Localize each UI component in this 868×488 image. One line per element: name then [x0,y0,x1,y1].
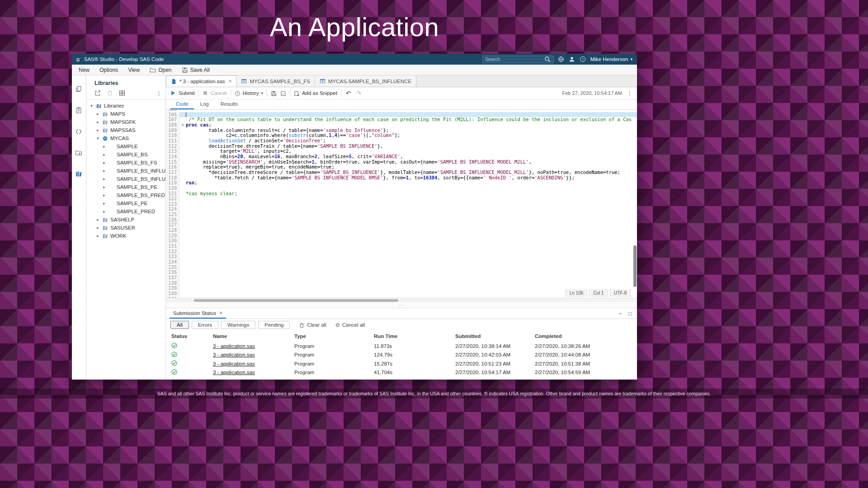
code-editor[interactable]: 105106107 /* Fit DT on the counts table … [166,110,637,298]
user-menu[interactable]: Mike Henderson ▾ [590,56,632,62]
panel-splitter[interactable]: ⋯ [166,302,637,308]
expand-icon[interactable]: ▸ [102,152,107,157]
export-icon[interactable] [94,90,101,97]
slide-title: An Application [72,12,637,42]
maximize-icon[interactable]: □ [628,310,632,317]
tab-results[interactable]: Results [215,101,243,109]
cancel-all-button[interactable]: ⊘Cancel all [335,322,365,328]
hamburger-menu-icon[interactable]: ≡ [72,56,84,63]
expand-icon[interactable]: ▸ [95,128,100,132]
fold-margin [179,112,186,117]
tree-item-libraries[interactable]: ▾Libraries [86,102,165,110]
search-box[interactable]: Search [482,56,554,63]
help-icon[interactable]: ? [580,56,586,63]
filter-all[interactable]: All [170,321,189,329]
tree-item-maps[interactable]: ▸MAPS [86,110,165,118]
undo-icon[interactable]: ↶ [345,90,352,97]
tree-item-sample_pred[interactable]: ▸SAMPLE_PRED [86,207,165,216]
rail-shortcuts-icon[interactable] [75,149,83,157]
expand-icon[interactable]: ▸ [102,209,107,214]
tree-item-sample_bs_pe[interactable]: ▸SAMPLE_BS_PE [86,183,165,191]
scrollbar-thumb[interactable] [633,245,637,287]
save-all-button[interactable]: Save All [177,67,215,73]
search-input[interactable]: Search [485,56,544,62]
code-line: 127 [166,222,637,228]
table-view-icon[interactable] [119,90,126,97]
close-icon[interactable]: × [228,78,231,84]
snippet-icon [294,90,300,96]
clear-all-button[interactable]: Clear all [299,322,326,328]
expand-icon[interactable]: ▸ [95,234,100,238]
rail-files-icon[interactable] [75,85,83,94]
tree-item-sample_bs_influ[interactable]: ▸SAMPLE_BS_INFLU [86,167,165,175]
tree-item-sashelp[interactable]: ▸SASHELP [86,216,165,224]
expand-icon[interactable]: ▸ [95,120,100,124]
menu-new[interactable]: New [74,67,94,73]
expand-icon[interactable]: ▸ [102,144,107,149]
scrollbar-thumb[interactable] [194,299,398,302]
tab-log[interactable]: Log [195,101,214,109]
expand-icon[interactable]: ▸ [95,217,100,222]
tree-item-mapssas[interactable]: ▸MAPSSAS [86,126,165,134]
open-button[interactable]: Open [145,67,176,73]
filter-pending[interactable]: Pending [258,321,290,329]
redo-icon[interactable]: ↷ [355,90,362,97]
collapse-icon[interactable]: ▾ [95,136,100,141]
filter-warnings[interactable]: Warnings [221,321,255,329]
submitted-cell: 2/27/2020, 10:51:23 AM [455,361,535,366]
submit-button[interactable]: Submit [170,90,195,96]
tree-item-mapsgfk[interactable]: ▸MAPSGFK [86,118,165,126]
more-options-icon[interactable]: ⋮ [627,90,632,97]
rail-libraries-icon[interactable] [75,170,83,178]
doc-tab[interactable]: * 3 - application.sas× [166,75,236,87]
expand-icon[interactable]: ▸ [95,112,100,116]
add-snippet-button[interactable]: Add as Snippet [294,90,337,96]
expand-icon[interactable]: ▸ [95,225,100,230]
expand-icon[interactable]: ▸ [102,193,107,197]
tree-item-sample_bs_pred[interactable]: ▸SAMPLE_BS_PRED [86,191,165,199]
cancel-button[interactable]: Cancel [203,90,227,96]
expand-icon[interactable]: ▸ [102,201,107,206]
code-text [186,196,637,202]
save-program-button[interactable] [271,90,277,96]
submission-name-link[interactable]: 3 - application.sas [213,370,255,375]
tree-item-sasuser[interactable]: ▸SASUSER [86,224,165,232]
submission-status-tab[interactable]: Submission Status × [170,310,226,319]
expand-icon[interactable]: ▸ [102,160,107,165]
filter-errors[interactable]: Errors [192,321,218,329]
expand-icon[interactable]: ▸ [102,169,107,173]
submission-name-link[interactable]: 3 - application.sas [213,343,255,349]
save-as-button[interactable] [280,90,286,96]
more-options-icon[interactable]: ⋮ [156,90,162,97]
tree-item-mycas[interactable]: ▾MYCAS [86,134,165,142]
menu-view[interactable]: View [123,67,145,73]
expand-icon[interactable]: ▸ [102,185,107,189]
success-check-icon [171,360,177,366]
doc-tab[interactable]: MYCAS.SAMPLE_BS_FS [236,75,315,87]
rail-tasks-icon[interactable] [75,107,83,115]
tree-item-sample[interactable]: ▸SAMPLE [86,142,165,150]
tab-code[interactable]: Code [170,101,194,109]
vertical-scrollbar[interactable] [633,110,637,298]
history-button[interactable]: History ▾ [235,90,263,96]
tree-item-sample_pe[interactable]: ▸SAMPLE_PE [86,199,165,207]
globe-icon[interactable] [558,56,565,63]
expand-icon[interactable]: ▸ [102,177,107,181]
close-icon[interactable]: × [219,310,222,316]
submission-name-link[interactable]: 3 - application.sas [213,352,255,357]
rail-snippets-icon[interactable] [75,128,83,136]
tree-item-sample_bs_influ[interactable]: ▸SAMPLE_BS_INFLU [86,175,165,183]
fold-icon[interactable]: ⊖ [179,122,186,128]
submission-name-link[interactable]: 3 - application.sas [213,361,255,366]
search-icon[interactable] [544,56,551,63]
menu-options[interactable]: Options [94,67,123,73]
collapse-icon[interactable]: ▾ [89,103,94,108]
tree-item-sample_bs_fs[interactable]: ▸SAMPLE_BS_FS [86,159,165,167]
trash-icon[interactable] [107,90,113,97]
minimize-icon[interactable]: – [619,310,622,317]
tree-item-sample_bs[interactable]: ▸SAMPLE_BS [86,150,165,159]
user-icon[interactable] [569,56,576,63]
doc-tab[interactable]: MYCAS.SAMPLE_BS_INFLUENCE [315,75,416,87]
tree-item-work[interactable]: ▸WORK [86,232,165,240]
horizontal-scrollbar[interactable] [166,298,637,302]
